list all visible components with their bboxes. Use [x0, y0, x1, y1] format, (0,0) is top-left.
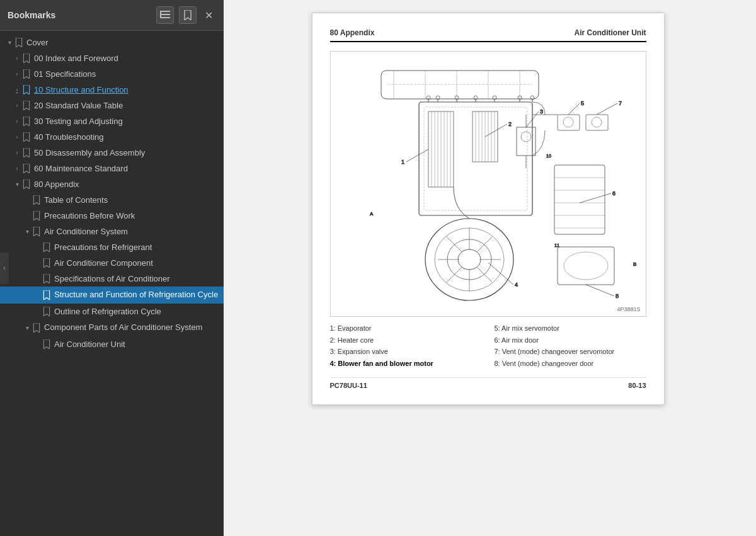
parts-legend: 1: Evaporator5: Air mix servomotor2: Hea… [330, 323, 646, 368]
tree-item-30[interactable]: › 30 Testing and Adjusting [0, 113, 224, 129]
svg-line-78 [488, 263, 513, 285]
bookmark-icon [33, 211, 40, 220]
tree-item-10[interactable]: › 10 Structure and Function [0, 82, 224, 98]
main-content: 80 Appendix Air Conditioner Unit [224, 0, 756, 536]
chevron-icon: › [13, 71, 21, 77]
tree-item-60[interactable]: › 60 Maintenance Standard [0, 161, 224, 176]
page-header-right: Air Conditioner Unit [575, 28, 646, 37]
chevron-icon: ▾ [13, 181, 21, 188]
svg-rect-2 [160, 17, 170, 18]
tree-item-00[interactable]: › 00 Index and Foreword [0, 50, 224, 66]
tree-item-toc[interactable]: › Table of Contents [0, 192, 224, 208]
svg-text:4: 4 [515, 282, 518, 288]
svg-rect-38 [381, 71, 539, 99]
svg-text:3: 3 [540, 108, 543, 115]
chevron-icon: ▾ [23, 228, 32, 235]
bookmark-icon [23, 180, 30, 189]
svg-line-14 [447, 267, 462, 282]
page-view: 80 Appendix Air Conditioner Unit [224, 0, 756, 536]
tree-label-60: 60 Maintenance Standard [34, 164, 128, 173]
svg-text:B: B [633, 261, 636, 267]
tree-item-acu[interactable]: › Air Conditioner Unit [0, 336, 224, 352]
svg-text:2: 2 [508, 121, 512, 127]
toolbar-btn-1[interactable] [156, 6, 174, 24]
svg-rect-1 [160, 14, 170, 15]
bookmark-icon [33, 323, 40, 333]
bookmark-icon [43, 290, 50, 300]
tree-item-40[interactable]: › 40 Troubleshooting [0, 129, 224, 145]
page-footer-left: PC78UU-11 [330, 382, 367, 389]
bookmark-icon [23, 164, 30, 173]
parts-legend-item: 6: Air mix door [495, 335, 646, 346]
sidebar-header: Bookmarks ✕ [0, 0, 224, 31]
chevron-icon: › [13, 86, 21, 93]
diagram-area: 1 2 3 4 5 [330, 51, 646, 317]
page-header: 80 Appendix Air Conditioner Unit [330, 28, 646, 42]
tree-item-cover[interactable]: ▾ Cover [0, 35, 224, 50]
sidebar-toolbar: ✕ [156, 6, 216, 24]
sidebar: Bookmarks ✕ ▾ [0, 0, 224, 536]
chevron-icon: › [13, 134, 21, 140]
chevron-icon: › [13, 118, 21, 125]
parts-legend-item: 7: Vent (mode) changeover servomotor [495, 346, 646, 357]
tree-item-acs[interactable]: ▾ Air Conditioner System [0, 224, 224, 239]
tree-label-orc: Outline of Refrigeration Cycle [54, 307, 161, 316]
chevron-icon: ▾ [5, 39, 14, 46]
tree-item-orc[interactable]: › Outline of Refrigeration Cycle [0, 304, 224, 319]
tree-label-01: 01 Specifications [34, 69, 96, 79]
sidebar-content: ▾ Cover › 00 Index and Foreword › 01 Spe… [0, 31, 224, 536]
svg-text:6: 6 [612, 190, 616, 197]
bookmark-icon [23, 85, 30, 94]
tree-label-cover: Cover [26, 38, 49, 47]
svg-point-7 [458, 249, 481, 270]
bookmark-icon [43, 274, 50, 283]
diagram-ref: 4P3881S [617, 306, 640, 312]
svg-rect-51 [558, 247, 614, 285]
chevron-icon: ▾ [23, 324, 32, 331]
svg-rect-45 [554, 165, 605, 234]
tree-label-sac: Specifications of Air Conditioner [54, 274, 170, 283]
svg-line-72 [406, 149, 428, 162]
tree-item-acc[interactable]: › Air Conditioner Component [0, 255, 224, 271]
tree-label-80: 80 Appendix [34, 180, 79, 189]
svg-line-13 [477, 267, 492, 282]
bookmark-icon [43, 307, 50, 316]
bookmark-icon [43, 258, 50, 268]
svg-line-86 [586, 285, 614, 296]
parts-legend-item: 8: Vent (mode) changeover door [495, 358, 646, 369]
chevron-icon: › [13, 102, 21, 109]
tree-item-srf[interactable]: › Structure and Function of Refrigeratio… [0, 287, 224, 304]
svg-rect-0 [160, 11, 170, 12]
svg-text:11: 11 [554, 243, 559, 248]
sidebar-title: Bookmarks [8, 10, 55, 20]
svg-text:8: 8 [616, 293, 619, 299]
bookmark-icon [23, 117, 30, 126]
toolbar-btn-2[interactable] [179, 6, 197, 24]
tree-item-pbw[interactable]: › Precautions Before Work [0, 208, 224, 224]
tree-item-sac[interactable]: › Specifications of Air Conditioner [0, 271, 224, 287]
tree-label-cpacs: Component Parts of Air Conditioner Syste… [44, 322, 202, 333]
bookmark-icon [23, 132, 30, 142]
page-container: 80 Appendix Air Conditioner Unit [312, 13, 665, 405]
tree-item-50[interactable]: › 50 Disassembly and Assembly [0, 145, 224, 161]
tree-item-01[interactable]: › 01 Specifications [0, 66, 224, 82]
tree-item-pfr[interactable]: › Precautions for Refrigerant [0, 239, 224, 255]
close-button[interactable]: ✕ [202, 8, 216, 23]
diagram-svg: 1 2 3 4 5 [331, 52, 646, 316]
bookmark-icon [43, 339, 50, 349]
tree-label-30: 30 Testing and Adjusting [34, 117, 123, 126]
tree-item-cpacs[interactable]: ▾ Component Parts of Air Conditioner Sys… [0, 319, 224, 336]
parts-legend-item: 3: Expansion valve [330, 346, 482, 357]
svg-line-15 [477, 237, 492, 252]
tree-label-acs: Air Conditioner System [44, 227, 128, 236]
tree-label-toc: Table of Contents [44, 195, 108, 205]
tree-label-50: 50 Disassembly and Assembly [34, 148, 145, 157]
bookmark-icon [43, 242, 50, 252]
svg-rect-3 [160, 11, 161, 18]
tree-item-20[interactable]: › 20 Standard Value Table [0, 98, 224, 113]
parts-legend-item: 2: Heater core [330, 335, 482, 346]
collapse-handle[interactable]: ‹ [0, 253, 9, 284]
tree-label-acc: Air Conditioner Component [54, 258, 153, 268]
svg-point-52 [564, 252, 608, 280]
tree-item-80[interactable]: ▾ 80 Appendix [0, 176, 224, 192]
